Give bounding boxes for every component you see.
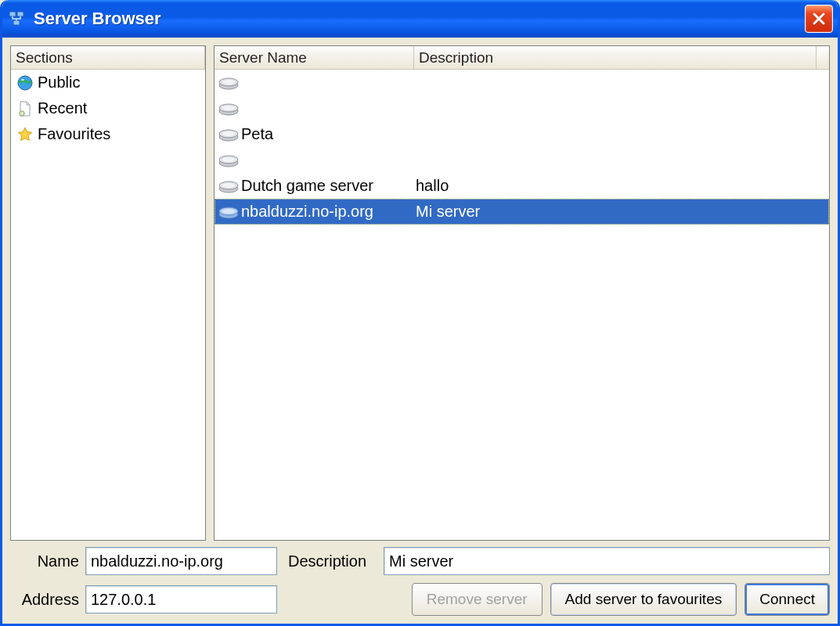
- name-input[interactable]: [85, 547, 277, 575]
- server-icon: [218, 151, 240, 170]
- server-name-cell: nbalduzzi.no-ip.org: [241, 203, 416, 221]
- section-label: Favourites: [38, 125, 110, 143]
- close-button[interactable]: [805, 5, 833, 33]
- sections-panel: Sections Public: [10, 45, 206, 541]
- svg-point-4: [21, 78, 24, 80]
- server-icon: [218, 74, 240, 92]
- server-browser-window: Server Browser Sections: [0, 0, 840, 626]
- label-description: Description: [283, 552, 377, 570]
- svg-point-11: [222, 106, 235, 110]
- server-icon: [218, 177, 240, 196]
- title-bar[interactable]: Server Browser: [2, 0, 838, 38]
- server-list[interactable]: PetaDutch game serverhallonbalduzzi.no-i…: [215, 70, 829, 540]
- label-address: Address: [10, 591, 79, 609]
- split-panes: Sections Public: [10, 45, 830, 541]
- star-icon: [14, 125, 36, 144]
- app-icon: [5, 8, 27, 30]
- server-columns: Server Name Description: [215, 46, 829, 70]
- server-list-panel: Server Name Description PetaDutch game s…: [214, 45, 830, 541]
- details-form: Name Description Address Remove server A…: [10, 547, 830, 616]
- close-icon: [812, 12, 826, 26]
- section-public[interactable]: Public: [11, 70, 205, 95]
- svg-point-23: [222, 209, 235, 214]
- server-row[interactable]: nbalduzzi.no-ip.orgMi server: [215, 199, 829, 225]
- server-row[interactable]: Dutch game serverhallo: [215, 173, 829, 199]
- server-row[interactable]: [215, 147, 829, 173]
- svg-point-17: [222, 157, 235, 162]
- connect-button[interactable]: Connect: [744, 583, 830, 616]
- svg-point-5: [20, 110, 24, 115]
- col-description[interactable]: Description: [414, 46, 817, 69]
- svg-point-20: [222, 183, 235, 188]
- server-icon: [218, 203, 240, 221]
- server-name-cell: Peta: [241, 125, 416, 143]
- svg-rect-2: [13, 20, 20, 25]
- sections-list: Public Recent: [11, 70, 205, 540]
- server-icon: [218, 125, 240, 144]
- section-recent[interactable]: Recent: [11, 95, 205, 121]
- svg-point-8: [222, 80, 235, 85]
- sections-header[interactable]: Sections: [11, 46, 205, 69]
- server-desc-cell: Mi server: [416, 203, 829, 221]
- address-input[interactable]: [85, 585, 277, 613]
- sections-header-row: Sections: [11, 46, 205, 70]
- description-input[interactable]: [384, 547, 830, 575]
- add-favourites-button[interactable]: Add server to favourites: [550, 583, 737, 616]
- button-row: Remove server Add server to favourites C…: [384, 583, 830, 616]
- svg-rect-1: [17, 12, 23, 16]
- window-title: Server Browser: [34, 9, 805, 29]
- server-icon: [218, 99, 240, 118]
- section-favourites[interactable]: Favourites: [11, 121, 205, 147]
- section-label: Recent: [38, 99, 87, 117]
- server-desc-cell: hallo: [416, 177, 829, 195]
- server-row[interactable]: [215, 95, 829, 121]
- server-row[interactable]: [215, 70, 829, 95]
- svg-point-14: [222, 131, 235, 136]
- section-label: Public: [38, 74, 80, 92]
- remove-server-button[interactable]: Remove server: [412, 583, 543, 616]
- label-name: Name: [10, 552, 79, 570]
- server-name-cell: Dutch game server: [241, 177, 416, 195]
- client-area: Sections Public: [2, 38, 838, 624]
- server-row[interactable]: Peta: [215, 121, 829, 147]
- col-spacer: [817, 46, 829, 69]
- col-server-name[interactable]: Server Name: [215, 46, 414, 69]
- globe-icon: [14, 74, 36, 92]
- svg-rect-0: [9, 12, 16, 16]
- document-icon: [14, 99, 36, 118]
